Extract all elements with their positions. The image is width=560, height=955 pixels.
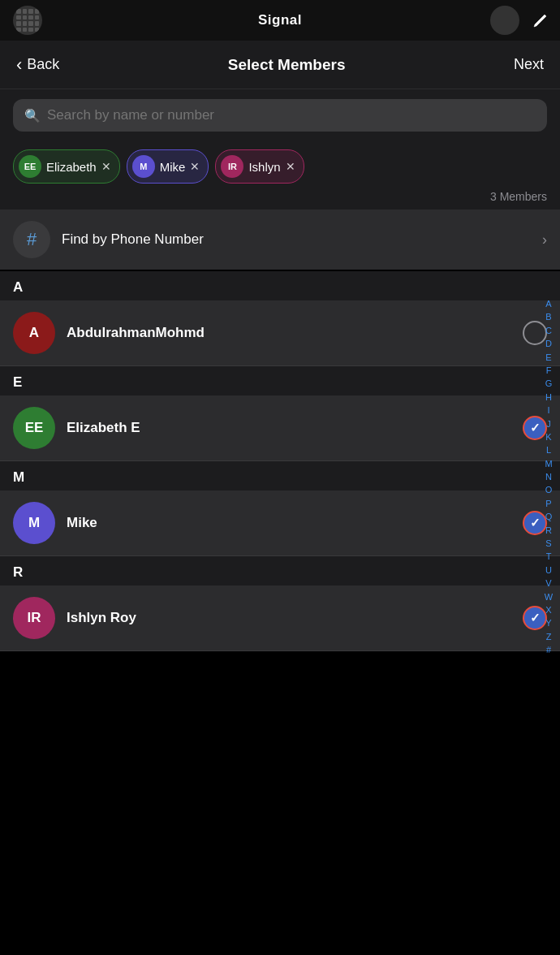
app-title: Signal: [258, 12, 302, 28]
chip-close-elizabeth[interactable]: ✕: [101, 160, 111, 173]
chip-avatar-mike: M: [132, 155, 155, 178]
alpha-letter-J[interactable]: J: [542, 418, 555, 430]
chip-ishlyn[interactable]: IR Ishlyn ✕: [215, 149, 304, 184]
alpha-letter-E[interactable]: E: [542, 352, 555, 364]
alpha-letter-S[interactable]: S: [542, 538, 555, 550]
alpha-letter-D[interactable]: D: [542, 338, 555, 350]
section-header-M: M: [0, 461, 560, 490]
chip-label-mike: Mike: [160, 160, 186, 174]
search-container: 🔍: [0, 89, 560, 143]
section-header-R: R: [0, 556, 560, 586]
section-header-E: E: [0, 366, 560, 395]
alpha-letter-W[interactable]: W: [542, 591, 555, 603]
search-input[interactable]: [47, 107, 536, 123]
alpha-letter-H[interactable]: H: [542, 391, 555, 404]
chip-label-ishlyn: Ishlyn: [248, 160, 280, 174]
contact-name-elizabeth: Elizabeth E: [67, 420, 523, 436]
contact-avatar-elizabeth: EE: [13, 407, 55, 449]
alpha-letter-L[interactable]: L: [542, 445, 555, 457]
alpha-letter-M[interactable]: M: [542, 458, 555, 470]
contact-name-abdulrahman: AbdulrahmanMohmd: [67, 325, 523, 341]
alpha-letter-X[interactable]: X: [542, 604, 555, 616]
alpha-letter-#[interactable]: #: [542, 644, 555, 656]
alpha-letter-Z[interactable]: Z: [542, 631, 555, 643]
contacts-list: AAAbdulrahmanMohmdEEEElizabeth E✓MMMike✓…: [0, 271, 560, 651]
chevron-right-icon: ›: [542, 231, 547, 248]
alpha-letter-B[interactable]: B: [542, 312, 555, 324]
next-button[interactable]: Next: [514, 56, 544, 73]
contact-avatar-mike: M: [13, 502, 55, 544]
find-phone-icon: #: [13, 221, 50, 258]
back-label: Back: [27, 56, 59, 73]
chip-mike[interactable]: M Mike ✕: [127, 149, 209, 184]
alpha-letter-K[interactable]: K: [542, 431, 555, 443]
find-phone-label: Find by Phone Number: [62, 231, 542, 248]
alpha-letter-F[interactable]: F: [542, 365, 555, 377]
chip-avatar-ishlyn: IR: [221, 155, 243, 178]
contact-avatar-ishlyn-roy: IR: [13, 597, 55, 639]
alpha-letter-Q[interactable]: Q: [542, 511, 555, 523]
chip-close-ishlyn[interactable]: ✕: [286, 160, 295, 173]
contact-name-ishlyn-roy: Ishlyn Roy: [67, 610, 523, 626]
alpha-letter-G[interactable]: G: [542, 378, 555, 391]
search-icon: 🔍: [24, 108, 41, 123]
contact-row-elizabeth[interactable]: EEElizabeth E✓: [0, 395, 560, 461]
status-bar: Signal: [0, 0, 560, 41]
alpha-letter-P[interactable]: P: [542, 498, 555, 510]
section-header-A: A: [0, 271, 560, 300]
members-count: 3 Members: [0, 187, 560, 210]
contact-row-ishlyn-roy[interactable]: IRIshlyn Roy✓: [0, 586, 560, 651]
chip-label-elizabeth: Elizabeth: [46, 160, 97, 174]
alpha-letter-I[interactable]: I: [542, 404, 555, 417]
alpha-letter-U[interactable]: U: [542, 564, 555, 577]
back-arrow-icon: ‹: [16, 54, 22, 76]
page-title: Select Members: [228, 56, 346, 74]
chips-container: EE Elizabeth ✕ M Mike ✕ IR Ishlyn ✕: [0, 143, 560, 187]
chip-close-mike[interactable]: ✕: [190, 160, 200, 173]
alpha-index: ABCDEFGHIJKLMNOPQRSTUVWXYZ#: [537, 295, 560, 660]
nav-bar: ‹ Back Select Members Next: [0, 41, 560, 89]
alpha-letter-C[interactable]: C: [542, 325, 555, 337]
alpha-letter-O[interactable]: O: [542, 485, 555, 497]
back-button[interactable]: ‹ Back: [16, 54, 59, 76]
compose-icon: [529, 9, 552, 32]
search-bar[interactable]: 🔍: [13, 99, 547, 132]
contact-row-mike[interactable]: MMike✓: [0, 490, 560, 556]
alpha-letter-Y[interactable]: Y: [542, 618, 555, 630]
contact-row-abdulrahman[interactable]: AAbdulrahmanMohmd: [0, 300, 560, 366]
alpha-letter-N[interactable]: N: [542, 471, 555, 483]
chip-avatar-elizabeth: EE: [19, 155, 41, 178]
contact-name-mike: Mike: [67, 515, 523, 531]
alpha-letter-V[interactable]: V: [542, 577, 555, 590]
alpha-letter-R[interactable]: R: [542, 525, 555, 537]
alpha-letter-A[interactable]: A: [542, 298, 555, 310]
signal-icon-left: [13, 6, 42, 35]
contact-avatar-abdulrahman: A: [13, 312, 55, 354]
find-phone-row[interactable]: # Find by Phone Number ›: [0, 210, 560, 270]
chip-elizabeth[interactable]: EE Elizabeth ✕: [13, 149, 120, 184]
status-bar-avatar: [490, 6, 519, 35]
alpha-letter-T[interactable]: T: [542, 551, 555, 564]
